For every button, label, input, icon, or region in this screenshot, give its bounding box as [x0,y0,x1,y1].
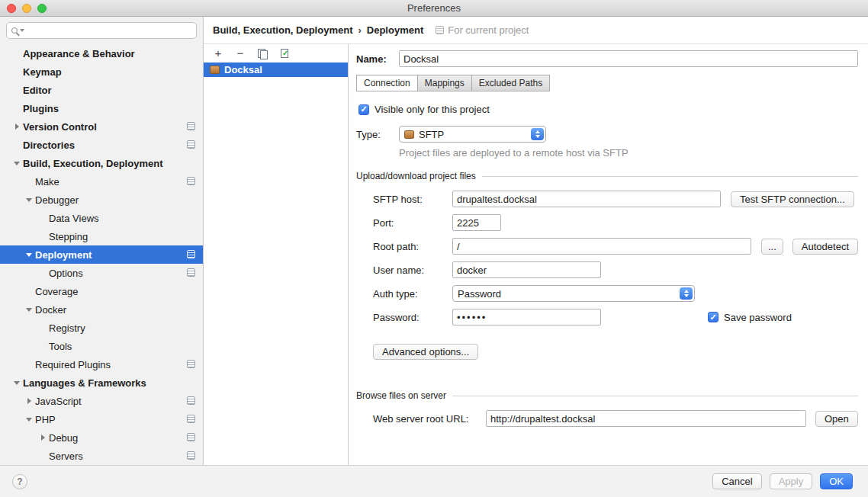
sidebar-item-keymap[interactable]: Keymap [0,63,203,81]
sidebar-item-label: Directories [23,139,75,151]
test-sftp-connection-button[interactable]: Test SFTP connection... [731,191,854,207]
sidebar-item-label: Deployment [35,249,92,261]
settings-tree: Appearance & BehaviorKeymapEditorPlugins… [0,44,203,465]
sidebar-item-label: Make [35,176,59,188]
sidebar-item-debug[interactable]: Debug [0,428,203,447]
name-input[interactable] [399,50,858,67]
password-input[interactable] [452,309,601,325]
chevron-down-icon[interactable] [23,253,35,257]
tab-excluded-paths[interactable]: Excluded Paths [471,75,550,91]
search-options-chevron-icon[interactable] [20,29,24,32]
sidebar-item-options[interactable]: Options [0,264,203,282]
remove-server-button[interactable]: − [234,47,246,59]
root-path-input[interactable] [452,238,751,255]
sidebar-item-label: Languages & Frameworks [23,377,146,389]
upload-section-title: Upload/download project files [356,171,476,181]
close-window-button[interactable] [7,4,16,13]
copy-icon [258,49,267,59]
add-server-button[interactable]: + [212,47,224,59]
chevron-down-icon[interactable] [23,198,35,202]
tab-mappings[interactable]: Mappings [417,75,472,91]
sidebar-item-servers[interactable]: Servers [0,447,203,465]
sidebar-item-label: Stepping [49,231,88,242]
dropdown-stepper-icon[interactable] [531,128,544,140]
sidebar-item-coverage[interactable]: Coverage [0,282,203,300]
per-project-settings-icon [187,396,195,405]
sidebar-item-debugger[interactable]: Debugger [0,191,203,209]
sidebar-item-registry[interactable]: Registry [0,319,203,337]
per-project-settings-icon [187,250,195,258]
chevron-right-icon[interactable] [23,398,35,404]
sidebar-item-label: Tools [49,341,72,352]
cancel-button[interactable]: Cancel [712,473,761,489]
minus-icon: − [237,48,244,59]
sidebar-item-make[interactable]: Make [0,172,203,191]
sidebar-item-directories[interactable]: Directories [0,136,203,154]
sidebar-item-appearance-behavior[interactable]: Appearance & Behavior [0,44,203,63]
sidebar-item-languages-frameworks[interactable]: Languages & Frameworks [0,374,203,392]
user-name-input[interactable] [452,261,601,278]
sidebar-item-plugins[interactable]: Plugins [0,99,203,117]
settings-search-input[interactable] [27,25,191,37]
sidebar-item-required-plugins[interactable]: Required Plugins [0,355,203,374]
auth-type-select[interactable]: Password [452,285,695,302]
help-button[interactable]: ? [12,474,27,489]
chevron-right-icon[interactable] [37,434,49,441]
type-hint: Project files are deployed to a remote h… [399,147,858,159]
sidebar-item-label: Docker [35,304,66,316]
titlebar: Preferences [0,0,868,17]
dropdown-stepper-icon[interactable] [680,287,693,300]
sidebar-item-docker[interactable]: Docker [0,300,203,319]
sidebar-item-javascript[interactable]: JavaScript [0,392,203,410]
window-title: Preferences [407,2,461,14]
sftp-host-label: SFTP host: [373,194,452,205]
sidebar-item-deployment[interactable]: Deployment [0,245,203,264]
type-select[interactable]: SFTP [399,126,546,143]
ok-button[interactable]: OK [820,473,853,489]
footer-bar: ? Cancel Apply OK [0,465,868,497]
sidebar-item-tools[interactable]: Tools [0,337,203,355]
search-area [0,17,203,44]
project-scope-label: For current project [448,24,529,36]
sidebar-item-label: Keymap [23,66,62,78]
save-password-checkbox[interactable] [708,312,719,322]
sidebar-item-label: Data Views [49,213,99,224]
breadcrumb-section[interactable]: Build, Execution, Deployment [213,24,352,36]
sidebar-item-php[interactable]: PHP [0,410,203,428]
open-url-button[interactable]: Open [815,411,858,427]
visible-only-checkbox[interactable] [358,104,369,115]
panes: + − Docksal Name: [204,44,868,465]
sidebar-item-editor[interactable]: Editor [0,81,203,99]
web-root-input[interactable] [486,410,806,427]
sidebar-item-data-views[interactable]: Data Views [0,209,203,227]
apply-button[interactable]: Apply [770,473,813,489]
port-input[interactable] [452,214,501,231]
auth-type-label: Auth type: [373,288,452,300]
chevron-right-icon[interactable] [11,123,23,130]
set-default-server-button[interactable] [278,47,291,59]
server-list-item-docksal[interactable]: Docksal [204,63,348,77]
footer-buttons: Cancel Apply OK [712,473,853,489]
search-field[interactable] [6,22,197,39]
tab-connection[interactable]: Connection [356,75,418,91]
chevron-down-icon[interactable] [11,162,23,165]
sidebar-item-version-control[interactable]: Version Control [0,117,203,136]
sidebar-item-label: Required Plugins [35,359,111,370]
autodetect-button[interactable]: Autodetect [792,239,858,255]
chevron-down-icon[interactable] [23,308,35,312]
server-item-label: Docksal [224,64,262,75]
chevron-down-icon[interactable] [11,381,23,385]
sftp-host-input[interactable] [452,191,721,207]
sidebar-item-label: Version Control [23,121,97,133]
sidebar-item-build-execution-deployment[interactable]: Build, Execution, Deployment [0,154,203,172]
minimize-window-button[interactable] [22,4,31,13]
copy-server-button[interactable] [256,47,268,59]
sftp-host-row: SFTP host: Test SFTP connection... [373,191,858,207]
advanced-options-button[interactable]: Advanced options... [373,344,478,360]
chevron-down-icon[interactable] [23,418,35,422]
project-scope-icon [436,26,444,34]
sidebar-item-stepping[interactable]: Stepping [0,227,203,245]
zoom-window-button[interactable] [37,4,47,13]
browse-root-path-button[interactable]: ... [761,239,783,255]
upload-section-separator: Upload/download project files [356,171,858,181]
